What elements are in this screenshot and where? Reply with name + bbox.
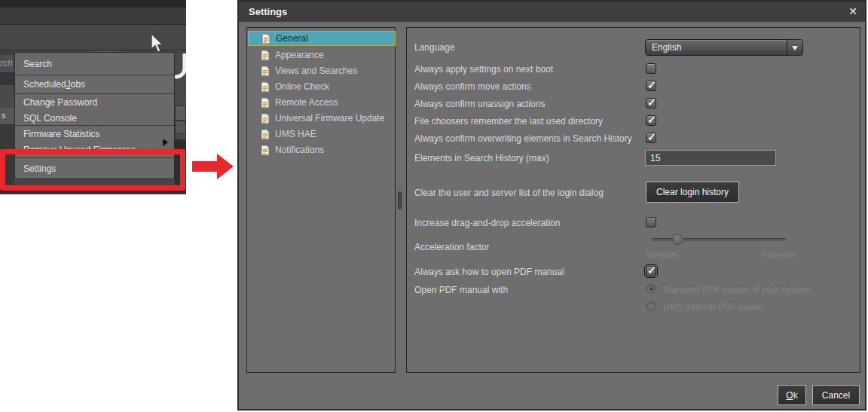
curved-arrow-icon	[175, 53, 186, 84]
nav-item-ums-hae[interactable]: UMS HAE	[248, 127, 395, 142]
mouse-cursor-icon	[149, 33, 164, 54]
search-box-fragment: rch	[0, 55, 14, 72]
nav-item-remote-access[interactable]: Remote Access	[248, 95, 395, 110]
document-icon	[261, 97, 270, 108]
nav-item-views-and-searches[interactable]: Views and Searches	[248, 63, 395, 78]
document-icon	[261, 81, 270, 93]
document-icon	[261, 145, 270, 156]
pdf-internal-viewer-label: UMS internal PDF viewer	[663, 302, 765, 313]
nav-item-online-check[interactable]: Online Check	[248, 79, 395, 94]
clear-login-label: Clear the user and server list of the lo…	[414, 188, 604, 198]
language-label: Language	[414, 42, 454, 53]
pdf-standard-viewer-radio	[646, 284, 656, 294]
pdf-ask-checkbox[interactable]	[646, 266, 656, 276]
document-icon	[261, 129, 270, 140]
nav-item-appearance[interactable]: Appearance	[248, 47, 395, 63]
dialog-titlebar[interactable]: Settings ✕	[239, 2, 865, 22]
settings-content-panel: Language English Always apply settings o…	[406, 27, 860, 373]
confirm-unassign-label: Always confirm unassign actions	[414, 99, 545, 109]
document-icon	[261, 33, 270, 44]
menu-item-search[interactable]: Search	[15, 53, 174, 75]
nav-item-general[interactable]: General	[248, 31, 396, 46]
annotation-arrow-icon	[190, 150, 237, 183]
scrollbar-fragment	[175, 105, 186, 121]
search-history-label: Elements in Search History (max)	[414, 153, 549, 163]
confirm-move-checkbox[interactable]	[646, 81, 656, 91]
drag-acceleration-label: Increase drag-and-drop acceleration	[414, 218, 560, 228]
menu-item-change-password[interactable]: Change Password	[15, 94, 174, 111]
document-icon	[261, 66, 270, 77]
slider-min-label: Medium	[646, 250, 679, 261]
annotation-highlight-box	[0, 149, 185, 191]
clear-login-history-button[interactable]: Clear login history	[646, 182, 739, 203]
file-choosers-checkbox[interactable]	[646, 115, 656, 126]
menu-item-scheduled-jobs[interactable]: Scheduled Jobs	[15, 75, 174, 93]
nav-item-notifications[interactable]: Notifications	[248, 142, 395, 157]
search-history-input[interactable]	[645, 150, 776, 166]
screenshot-root: Misc rch s Search Scheduled Jobs C	[0, 0, 868, 412]
document-icon	[261, 50, 270, 61]
apply-next-boot-checkbox[interactable]	[646, 63, 656, 74]
menu-item-firmware-statistics[interactable]: Firmware Statistics	[15, 126, 174, 142]
app-titlebar-fragment	[0, 0, 186, 8]
language-dropdown[interactable]: English	[645, 39, 803, 56]
confirm-move-label: Always confirm move actions	[414, 81, 531, 92]
close-icon[interactable]: ✕	[848, 5, 857, 17]
slider-max-label: Extreme	[762, 250, 796, 261]
file-choosers-label: File choosers remember the last used dir…	[414, 116, 603, 127]
nav-item-universal-firmware-update[interactable]: Universal Firmware Update	[248, 111, 395, 126]
language-dropdown-value: English	[652, 42, 681, 53]
confirm-overwriting-label: Always confirm overwriting elements in S…	[414, 133, 632, 144]
apply-next-boot-label: Always apply settings on next boot	[414, 64, 553, 75]
cancel-button[interactable]: Cancel	[812, 385, 860, 405]
pdf-internal-viewer-radio	[646, 301, 656, 311]
acceleration-slider-thumb	[672, 233, 683, 245]
dialog-title: Settings	[249, 6, 287, 17]
ok-button[interactable]: Ok	[778, 385, 806, 405]
confirm-unassign-checkbox[interactable]	[646, 98, 656, 108]
dropdown-arrow-icon[interactable]	[787, 40, 802, 55]
scrollbar-fragment	[175, 121, 186, 134]
panel-splitter-handle[interactable]	[398, 191, 402, 209]
acceleration-factor-label: Acceleration factor	[414, 242, 489, 252]
drag-acceleration-checkbox[interactable]	[646, 217, 656, 227]
pdf-ask-label: Always ask how to open PDF manual	[414, 267, 564, 277]
pdf-open-label: Open PDF manual with	[414, 285, 508, 295]
confirm-overwriting-checkbox[interactable]	[646, 133, 656, 143]
document-icon	[261, 113, 270, 124]
settings-nav-panel: General Appearance	[246, 27, 396, 373]
app-toolbar-fragment	[0, 8, 186, 25]
menu-item-sql-console[interactable]: SQL Console	[15, 111, 174, 125]
settings-dialog: Settings ✕ General	[237, 0, 866, 410]
table-row-fragment: s	[0, 108, 14, 124]
pdf-standard-viewer-label: Standard PDF viewer of your system	[663, 285, 810, 295]
